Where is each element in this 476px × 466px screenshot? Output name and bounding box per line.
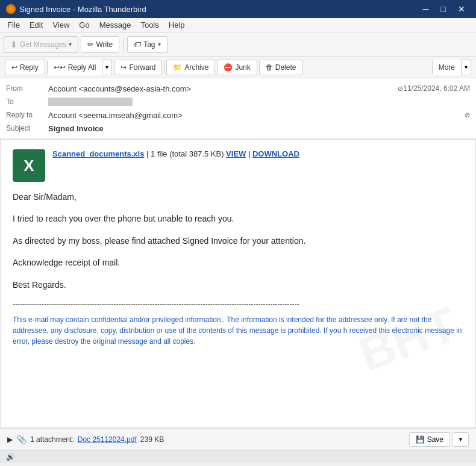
replyto-label: Reply to <box>6 111 48 119</box>
subject-row: Subject Signed Invoice <box>6 122 470 135</box>
menu-file[interactable]: File <box>2 19 25 31</box>
attachment-filename-link[interactable]: Scanned_documents.xls <box>52 149 144 158</box>
title-bar: Signed Invoice - Mozilla Thunderbird ─ □… <box>0 0 476 18</box>
replyto-contact-icon[interactable]: ⊘ <box>465 111 470 119</box>
attachment-expand-icon[interactable]: ▶ <box>7 435 13 444</box>
attachment-info: Scanned_documents.xls | 1 file (total 38… <box>52 149 299 158</box>
subject-label: Subject <box>6 124 48 132</box>
email-disclaimer: This e-mail may contain confidential and… <box>13 314 463 347</box>
get-messages-arrow-icon: ▾ <box>69 41 72 48</box>
more-arrow-icon: ▾ <box>465 64 468 70</box>
from-label: From <box>6 84 48 93</box>
junk-button[interactable]: ⛔ Junk <box>217 60 257 75</box>
reply-all-button[interactable]: ↩↩ Reply All <box>48 60 102 75</box>
email-action-bar: ↩ Reply ↩↩ Reply All ▾ ↪ Forward 📁 Archi… <box>0 57 476 78</box>
junk-icon: ⛔ <box>224 63 233 72</box>
body-line-0: Dear Sir/Madam, <box>13 190 463 203</box>
email-body: BHT X Scanned_documents.xls | 1 file (to… <box>0 139 476 428</box>
archive-label: Archive <box>184 63 208 72</box>
attachment-bar-size: 239 KB <box>140 435 164 444</box>
attachment-bar: ▶ 📎 1 attachment: Doc 25112024.pdf 239 K… <box>0 428 476 450</box>
email-body-text: Dear Sir/Madam, I tried to reach you ove… <box>13 190 463 291</box>
to-value <box>48 98 133 106</box>
reply-all-arrow-icon: ▾ <box>105 64 108 70</box>
window-title: Signed Invoice - Mozilla Thunderbird <box>19 5 146 14</box>
tag-button[interactable]: 🏷 Tag ▾ <box>127 36 167 53</box>
attachment-bar-filename[interactable]: Doc 25112024.pdf <box>78 435 137 444</box>
attachment-header: X Scanned_documents.xls | 1 file (total … <box>13 149 463 182</box>
to-row: To <box>6 95 470 108</box>
tag-icon: 🏷 <box>134 40 141 49</box>
email-header: ↩ Reply ↩↩ Reply All ▾ ↪ Forward 📁 Archi… <box>0 57 476 139</box>
menu-go[interactable]: Go <box>74 19 94 31</box>
reply-icon: ↩ <box>11 63 17 72</box>
main-toolbar: ⬇ Get Messages ▾ ✏ Write 🏷 Tag ▾ <box>0 33 476 57</box>
attachment-meta: | 1 file (total 387.5 KB) <box>146 149 224 158</box>
body-line-1: I tried to reach you over the phone but … <box>13 212 463 225</box>
get-messages-icon: ⬇ <box>10 40 17 49</box>
more-dropdown-button[interactable]: ▾ <box>461 60 471 75</box>
body-line-4: Best Regards. <box>13 278 463 291</box>
reply-label: Reply <box>20 63 39 72</box>
delete-icon: 🗑 <box>266 63 273 72</box>
minimize-button[interactable]: ─ <box>418 3 434 15</box>
attachment-bar-actions: 💾 Save ▾ <box>409 432 469 447</box>
excel-attachment-icon: X <box>13 149 45 182</box>
reply-button[interactable]: ↩ Reply <box>5 60 45 75</box>
replyto-value: Account <seema.imseah@gmail.com> <box>48 111 462 120</box>
tag-label: Tag <box>143 40 155 49</box>
excel-x-label: X <box>23 157 34 175</box>
more-label: More <box>439 63 455 72</box>
from-row: From Account <accounts@sedex-asia-th.com… <box>6 82 470 95</box>
body-line-2: As directed by my boss, please find atta… <box>13 234 463 247</box>
write-label: Write <box>96 40 113 49</box>
body-line-3: Acknowledge receipt of mail. <box>13 256 463 269</box>
download-link[interactable]: DOWNLOAD <box>252 149 299 158</box>
archive-button[interactable]: 📁 Archive <box>166 60 215 75</box>
tag-arrow-icon: ▾ <box>158 41 161 48</box>
menu-bar: File Edit View Go Message Tools Help <box>0 18 476 33</box>
replyto-row: Reply to Account <seema.imseah@gmail.com… <box>6 108 470 122</box>
reply-all-label: Reply All <box>68 63 96 72</box>
to-label: To <box>6 98 48 106</box>
menu-edit[interactable]: Edit <box>25 19 48 31</box>
action-separator <box>164 62 164 73</box>
save-button[interactable]: 💾 Save <box>409 432 450 447</box>
save-label: Save <box>427 435 443 444</box>
status-bar: 🔊 <box>0 450 476 463</box>
save-dropdown-arrow-icon: ▾ <box>459 436 462 443</box>
maximize-button[interactable]: □ <box>436 3 451 15</box>
get-messages-button[interactable]: ⬇ Get Messages ▾ <box>4 36 78 53</box>
save-icon: 💾 <box>416 435 425 444</box>
from-contact-icon[interactable]: ⊘ <box>398 85 403 93</box>
more-button[interactable]: More <box>433 60 461 75</box>
menu-tools[interactable]: Tools <box>136 19 163 31</box>
view-link[interactable]: VIEW <box>226 149 246 158</box>
attachment-paperclip-icon: 📎 <box>16 435 27 444</box>
delete-button[interactable]: 🗑 Delete <box>259 60 303 75</box>
write-icon: ✏ <box>87 40 93 49</box>
reply-all-dropdown-button[interactable]: ▾ <box>102 60 111 75</box>
delete-label: Delete <box>275 63 296 72</box>
forward-label: Forward <box>129 63 155 72</box>
pipe2: | <box>248 149 252 158</box>
attachment-count: 1 attachment: <box>30 435 74 444</box>
get-messages-label: Get Messages <box>20 40 66 49</box>
app-icon <box>6 4 16 14</box>
junk-label: Junk <box>235 63 250 72</box>
archive-icon: 📁 <box>173 63 182 72</box>
menu-help[interactable]: Help <box>164 19 190 31</box>
forward-icon: ↪ <box>121 63 127 72</box>
attachment-bar-info: ▶ 📎 1 attachment: Doc 25112024.pdf 239 K… <box>7 435 164 444</box>
menu-message[interactable]: Message <box>95 19 136 31</box>
reply-all-icon: ↩↩ <box>54 63 66 72</box>
forward-button[interactable]: ↪ Forward <box>114 60 162 75</box>
write-button[interactable]: ✏ Write <box>81 36 119 53</box>
menu-view[interactable]: View <box>48 19 74 31</box>
close-button[interactable]: ✕ <box>453 3 470 15</box>
sound-icon: 🔊 <box>6 453 15 461</box>
email-date: 11/25/2024, 6:02 AM <box>403 84 470 93</box>
save-dropdown-button[interactable]: ▾ <box>453 432 469 447</box>
subject-value: Signed Invoice <box>48 124 470 133</box>
email-fields: From Account <accounts@sedex-asia-th.com… <box>0 78 476 138</box>
